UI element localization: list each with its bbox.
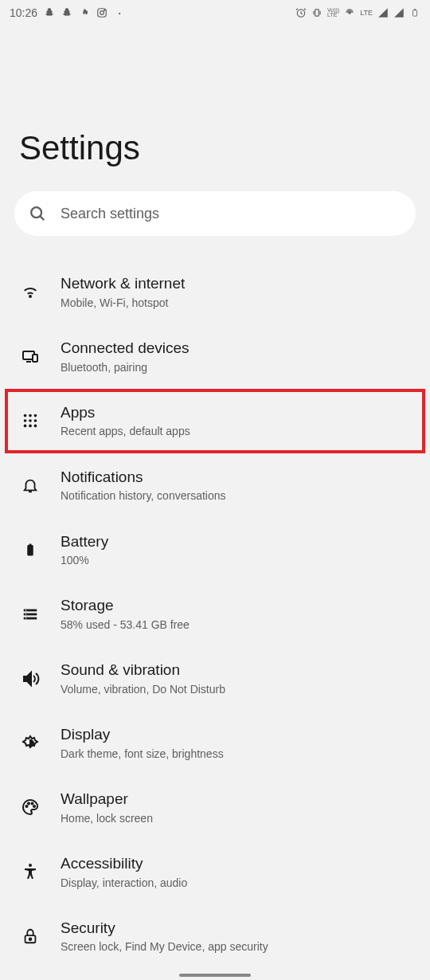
- snapchat-notif-icon: [44, 7, 55, 18]
- svg-point-16: [34, 419, 37, 422]
- svg-point-12: [29, 414, 32, 417]
- svg-point-8: [31, 207, 41, 218]
- setting-title: Sound & vibration: [61, 661, 411, 680]
- search-icon: [29, 205, 46, 222]
- snapchat-notif-icon-2: [61, 7, 72, 18]
- settings-list: Network & internet Mobile, Wi-Fi, hotspo…: [0, 260, 430, 980]
- settings-item-display[interactable]: Display Dark theme, font size, brightnes…: [0, 711, 430, 775]
- brightness-icon: [19, 732, 41, 755]
- apps-grid-icon: [19, 410, 41, 432]
- svg-point-27: [25, 617, 26, 618]
- setting-title: Display: [61, 725, 411, 745]
- svg-rect-4: [315, 10, 319, 16]
- more-notif-dot: •: [114, 7, 125, 18]
- volte-icon: Vo)))LTE: [327, 8, 339, 18]
- setting-subtitle: 100%: [61, 553, 411, 567]
- hotspot-icon: [344, 7, 355, 18]
- svg-point-34: [29, 938, 32, 940]
- svg-point-28: [26, 806, 28, 807]
- svg-point-18: [29, 425, 32, 428]
- setting-subtitle: Recent apps, default apps: [61, 424, 411, 438]
- svg-rect-20: [27, 545, 33, 556]
- tinder-notif-icon: [79, 7, 90, 18]
- svg-point-17: [24, 425, 27, 428]
- setting-title: Network & internet: [61, 274, 411, 294]
- speaker-icon: [19, 668, 41, 690]
- settings-item-apps[interactable]: Apps Recent apps, default apps: [5, 389, 425, 453]
- battery-full-icon: [19, 539, 41, 561]
- lte-label: LTE: [360, 9, 373, 17]
- setting-subtitle: Mobile, Wi-Fi, hotspot: [61, 296, 411, 310]
- setting-subtitle: Display, interaction, audio: [61, 876, 411, 890]
- battery-icon: [409, 7, 420, 18]
- settings-item-accessibility[interactable]: Accessibility Display, interaction, audi…: [0, 840, 430, 904]
- svg-point-19: [34, 425, 37, 428]
- svg-point-31: [33, 806, 35, 807]
- status-bar: 10:26 • Vo)))LTE LTE: [0, 0, 430, 25]
- page-title: Settings: [0, 25, 430, 191]
- svg-point-11: [24, 414, 27, 417]
- alarm-icon: [295, 7, 307, 18]
- svg-point-29: [28, 803, 29, 805]
- signal-icon-1: [377, 7, 389, 18]
- svg-point-26: [25, 613, 26, 614]
- devices-icon: [19, 345, 41, 367]
- settings-item-battery[interactable]: Battery 100%: [0, 518, 430, 582]
- svg-rect-10: [33, 355, 37, 362]
- svg-point-15: [29, 419, 32, 422]
- settings-item-storage[interactable]: Storage 58% used - 53.41 GB free: [0, 582, 430, 646]
- setting-title: Security: [61, 919, 411, 939]
- status-bar-right: Vo)))LTE LTE: [295, 7, 420, 18]
- svg-rect-21: [29, 543, 32, 545]
- setting-title: Connected devices: [61, 339, 411, 359]
- lock-icon: [19, 925, 41, 947]
- settings-item-sound[interactable]: Sound & vibration Volume, vibration, Do …: [0, 646, 430, 711]
- svg-point-32: [29, 864, 32, 867]
- setting-title: Storage: [61, 596, 411, 616]
- palette-icon: [19, 796, 41, 818]
- setting-title: Accessibility: [61, 854, 411, 874]
- svg-point-1: [100, 11, 104, 15]
- svg-rect-7: [414, 10, 416, 10]
- status-bar-left: 10:26 •: [10, 6, 125, 19]
- accessibility-icon: [19, 860, 41, 883]
- setting-title: Notifications: [61, 468, 411, 488]
- setting-subtitle: Home, lock screen: [61, 811, 411, 825]
- search-placeholder: Search settings: [61, 206, 159, 222]
- setting-subtitle: Screen lock, Find My Device, app securit…: [61, 939, 411, 954]
- svg-point-25: [25, 610, 26, 610]
- instagram-notif-icon: [96, 7, 108, 18]
- signal-icon-2: [393, 7, 405, 18]
- setting-subtitle: Volume, vibration, Do Not Disturb: [61, 682, 411, 696]
- settings-item-connected-devices[interactable]: Connected devices Bluetooth, pairing: [0, 324, 430, 389]
- search-bar[interactable]: Search settings: [14, 191, 416, 236]
- status-time: 10:26: [10, 6, 37, 19]
- setting-title: Wallpaper: [61, 790, 411, 809]
- svg-point-5: [349, 12, 350, 14]
- settings-item-network[interactable]: Network & internet Mobile, Wi-Fi, hotspo…: [0, 260, 430, 324]
- wifi-icon: [19, 280, 41, 303]
- vibrate-icon: [311, 7, 322, 18]
- setting-subtitle: 58% used - 53.41 GB free: [61, 617, 411, 632]
- setting-title: Apps: [61, 403, 411, 423]
- svg-point-2: [104, 10, 105, 10]
- storage-icon: [19, 603, 41, 625]
- svg-point-14: [24, 419, 27, 422]
- setting-subtitle: Bluetooth, pairing: [61, 360, 411, 374]
- setting-subtitle: Dark theme, font size, brightness: [61, 747, 411, 761]
- bell-icon: [19, 474, 41, 496]
- settings-item-security[interactable]: Security Screen lock, Find My Device, ap…: [0, 904, 430, 969]
- settings-item-notifications[interactable]: Notifications Notification history, conv…: [0, 453, 430, 518]
- setting-subtitle: Notification history, conversations: [61, 488, 411, 503]
- svg-rect-6: [413, 10, 417, 17]
- nav-handle[interactable]: [179, 974, 251, 977]
- svg-point-30: [32, 803, 33, 805]
- svg-point-13: [34, 414, 37, 417]
- settings-item-wallpaper[interactable]: Wallpaper Home, lock screen: [0, 775, 430, 840]
- setting-title: Battery: [61, 532, 411, 552]
